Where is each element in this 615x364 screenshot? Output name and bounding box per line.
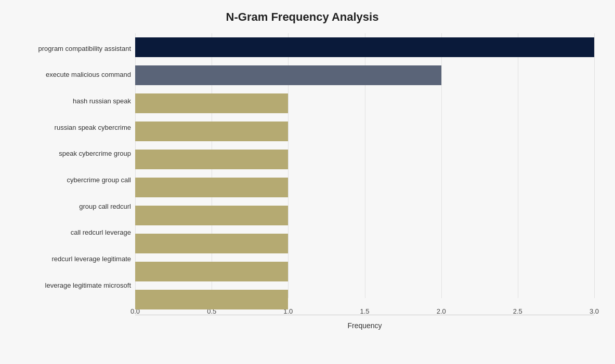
bar-row bbox=[135, 230, 594, 258]
bar-row bbox=[135, 145, 594, 173]
chart-title: N-Gram Frequency Analysis bbox=[10, 10, 594, 24]
y-label: call redcurl leverage bbox=[71, 220, 131, 246]
bar bbox=[135, 37, 594, 57]
y-label: russian speak cybercrime bbox=[55, 114, 131, 141]
bar-row bbox=[135, 89, 594, 117]
bar bbox=[135, 262, 288, 281]
y-label: cybercrime group call bbox=[67, 167, 131, 194]
bar bbox=[135, 150, 288, 169]
bar bbox=[135, 290, 288, 309]
bar-row bbox=[135, 201, 594, 230]
y-labels: program compatibility assistantexecute m… bbox=[10, 33, 135, 314]
bar-row bbox=[135, 117, 594, 145]
bar bbox=[135, 122, 288, 141]
bar-row bbox=[135, 286, 594, 314]
y-label: hash russian speak bbox=[73, 88, 131, 114]
chart-area: program compatibility assistantexecute m… bbox=[10, 33, 594, 314]
x-axis-label: Frequency bbox=[347, 321, 382, 330]
bar-row bbox=[135, 33, 594, 61]
grid-line bbox=[594, 33, 595, 298]
bar-row bbox=[135, 258, 594, 286]
y-label: speak cybercrime group bbox=[59, 141, 131, 167]
bar-row bbox=[135, 61, 594, 89]
x-axis: Frequency 0.00.51.01.52.02.53.0 bbox=[135, 315, 594, 315]
y-label: redcurl leverage legitimate bbox=[52, 246, 131, 273]
bars-wrapper bbox=[135, 33, 594, 314]
y-label: execute malicious command bbox=[46, 62, 131, 88]
bar bbox=[135, 234, 288, 253]
bar-row bbox=[135, 173, 594, 201]
bar bbox=[135, 65, 441, 85]
bar bbox=[135, 178, 288, 197]
chart-container: N-Gram Frequency Analysis program compat… bbox=[0, 0, 615, 364]
y-label: leverage legitimate microsoft bbox=[45, 272, 131, 299]
plot-area: Frequency 0.00.51.01.52.02.53.0 bbox=[135, 33, 594, 314]
y-label: program compatibility assistant bbox=[38, 35, 131, 62]
bar bbox=[135, 206, 288, 225]
y-label: group call redcurl bbox=[79, 193, 131, 220]
bar bbox=[135, 93, 288, 113]
